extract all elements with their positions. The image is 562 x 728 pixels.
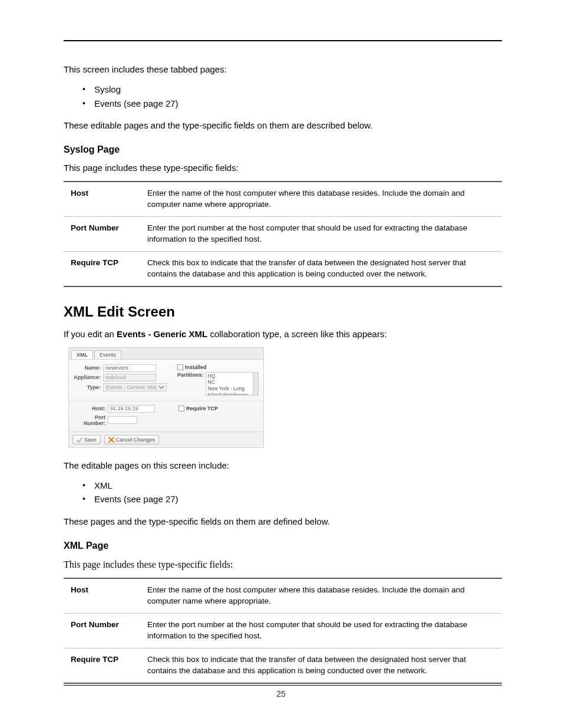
footer-rule — [64, 685, 502, 686]
cancel-icon — [108, 437, 114, 443]
field-desc: Enter the port number at the host comput… — [140, 217, 502, 252]
syslog-fields-table: Host Enter the name of the host computer… — [64, 181, 502, 286]
field-name: Port Number — [64, 614, 140, 648]
port-number-label: Port Number: — [74, 414, 108, 426]
header-rule — [64, 40, 502, 41]
type-label: Type: — [74, 384, 103, 390]
field-desc: Enter the name of the host computer wher… — [140, 578, 502, 613]
list-item: New York - Long Island Warehouse — [208, 386, 256, 396]
xml-page-heading: XML Page — [64, 541, 502, 551]
installed-checkbox[interactable] — [177, 364, 183, 370]
check-icon — [77, 437, 82, 443]
list-item: Events (see page 27) — [94, 492, 502, 506]
tab-bar: XML Events — [69, 348, 263, 360]
xml-after-text: The editable pages on this screen includ… — [64, 460, 502, 472]
intro-text-b: These editable pages and the type-specif… — [64, 120, 502, 131]
save-button[interactable]: Save — [72, 435, 101, 444]
table-row: Require TCP Check this box to indicate t… — [64, 648, 502, 683]
tab-list-1: Syslog Events (see page 27) — [64, 83, 502, 110]
xml-fields-table: Host Enter the name of the host computer… — [64, 578, 502, 683]
appliance-input — [103, 374, 156, 381]
field-desc: Check this box to indicate that the tran… — [140, 648, 502, 683]
save-button-label: Save — [84, 437, 97, 443]
xml-edit-screenshot: XML Events Name: Appliance: Type: — [68, 347, 264, 448]
table-row: Require TCP Check this box to indicate t… — [64, 251, 502, 286]
field-name: Require TCP — [64, 251, 140, 286]
collab-type-name: Events - Generic XML — [117, 329, 207, 339]
host-input[interactable] — [108, 405, 155, 413]
field-desc: Check this box to indicate that the tran… — [140, 251, 502, 286]
field-name: Host — [64, 578, 140, 613]
field-desc: Enter the name of the host computer wher… — [140, 182, 502, 216]
type-select[interactable]: Events - Generic XML — [103, 383, 167, 391]
host-label: Host: — [74, 406, 108, 411]
scrollbar[interactable] — [253, 373, 258, 395]
list-item: Events (see page 27) — [94, 97, 502, 110]
partitions-label: Partitions: — [177, 372, 206, 378]
require-tcp-checkbox[interactable] — [178, 406, 184, 411]
cancel-button[interactable]: Cancel Changes — [104, 435, 160, 444]
list-item: HQ — [208, 373, 256, 380]
installed-label: Installed — [185, 364, 207, 370]
name-label: Name: — [74, 365, 103, 371]
field-name: Port Number — [64, 217, 140, 252]
tab-list-2: XML Events (see page 27) — [64, 479, 502, 506]
xml-after-text-2: These pages and the type-specific fields… — [64, 516, 502, 528]
xml-page-intro: This page includes these type-specific f… — [64, 558, 502, 571]
tab-xml[interactable]: XML — [71, 350, 93, 359]
syslog-page-heading: Syslog Page — [64, 144, 502, 155]
intro-text: This screen includes these tabbed pages: — [64, 64, 502, 75]
list-item: XML — [94, 479, 502, 492]
text-fragment: If you edit an — [64, 329, 117, 339]
tab-events[interactable]: Events — [94, 350, 121, 359]
list-item: Syslog — [94, 83, 502, 96]
text-fragment: collaboration type, a screen like this a… — [207, 329, 386, 339]
syslog-intro: This page includes these type-specific f… — [64, 162, 502, 174]
xml-intro: If you edit an Events - Generic XML coll… — [64, 328, 502, 340]
port-number-input[interactable] — [108, 416, 137, 424]
field-desc: Enter the port number at the host comput… — [140, 614, 502, 648]
field-name: Require TCP — [64, 648, 140, 683]
field-name: Host — [64, 182, 140, 216]
name-input[interactable] — [103, 364, 156, 372]
cancel-button-label: Cancel Changes — [116, 437, 156, 443]
partitions-list[interactable]: HQ NC New York - Long Island Warehouse — [206, 372, 259, 396]
page-number: 25 — [0, 689, 562, 699]
list-item: NC — [208, 379, 256, 386]
table-row: Host Enter the name of the host computer… — [64, 182, 502, 216]
appliance-label: Appliance: — [74, 374, 103, 380]
require-tcp-label: Require TCP — [186, 406, 218, 411]
table-row: Port Number Enter the port number at the… — [64, 217, 502, 252]
table-row: Port Number Enter the port number at the… — [64, 614, 502, 648]
table-row: Host Enter the name of the host computer… — [64, 578, 502, 613]
xml-edit-screen-heading: XML Edit Screen — [64, 304, 502, 320]
